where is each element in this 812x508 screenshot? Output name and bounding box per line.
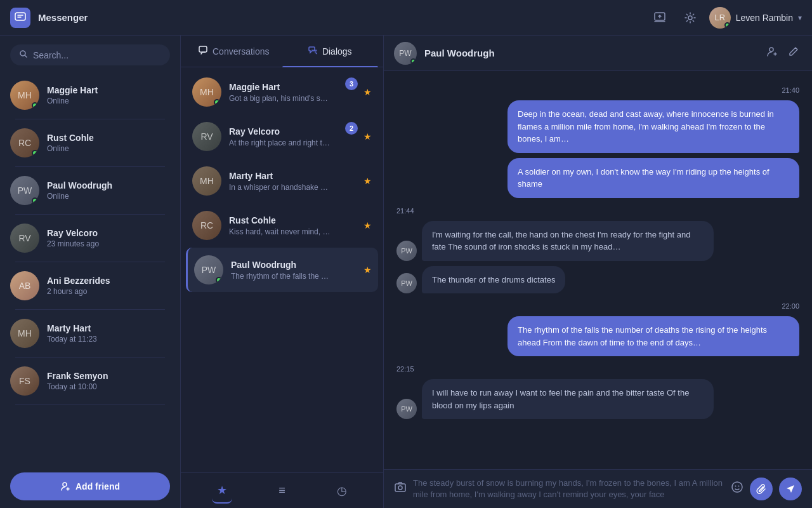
- app-logo: [10, 8, 30, 28]
- conv-item[interactable]: MH Marty Hart In a whisper or handshake …: [186, 159, 378, 203]
- conversations-tab-label: Conversations: [213, 46, 270, 57]
- starred-icon: ★: [363, 265, 372, 275]
- upload-icon[interactable]: [648, 6, 671, 29]
- svg-point-10: [735, 486, 737, 487]
- conv-preview: Kiss hard, wait never mind, late night, …: [229, 227, 331, 236]
- camera-icon[interactable]: [394, 481, 407, 497]
- middle-panel: Conversations Dialogs MH Maggie Hart Got…: [181, 36, 384, 508]
- emoji-icon[interactable]: [731, 481, 743, 497]
- conv-item[interactable]: MH Maggie Hart Got a big plan, his mind'…: [186, 70, 378, 114]
- conv-right: ★: [361, 265, 372, 275]
- settings-icon[interactable]: [679, 6, 702, 29]
- add-contact-icon[interactable]: [764, 43, 780, 63]
- user-avatar: LR: [709, 7, 731, 29]
- conv-preview: In a whisper or handshake sending a sign…: [229, 183, 331, 192]
- chat-messages: 21:40 Deep in the ocean, dead and cast a…: [384, 71, 812, 469]
- contact-info: Rust Cohle Online: [47, 133, 170, 153]
- message-row: A soldier on my own, I don't know the wa…: [396, 158, 799, 198]
- contact-item[interactable]: FS Frank Semyon Today at 10:00: [5, 360, 175, 402]
- svg-point-8: [398, 486, 402, 490]
- divider: [15, 404, 165, 405]
- conv-right: ★: [361, 220, 372, 231]
- main-layout: MH Maggie Hart Online RC Rust Cohle Onli…: [0, 36, 812, 508]
- chat-input-area: [384, 469, 812, 508]
- message-row: The rhythm of the falls the number of de…: [396, 316, 799, 356]
- starred-icon: ★: [363, 220, 372, 231]
- user-profile[interactable]: LR Leven Rambin ▾: [709, 7, 802, 29]
- conv-item[interactable]: PW Paul Woodrugh The rhythm of the falls…: [186, 248, 378, 292]
- username: Leven Rambin: [736, 13, 793, 23]
- message-avatar: PW: [396, 273, 417, 293]
- conv-right: 3 ★: [361, 87, 372, 97]
- contact-avatar: MH: [10, 319, 39, 348]
- contact-status: Today at 10:00: [47, 382, 170, 391]
- search-wrap: [10, 44, 170, 65]
- contact-item[interactable]: RC Rust Cohle Online: [5, 122, 175, 164]
- tab-conversations[interactable]: Conversations: [186, 36, 282, 67]
- send-button[interactable]: [779, 478, 802, 500]
- message-bubble: I'm waiting for the call, the hand on th…: [422, 221, 714, 261]
- search-input[interactable]: [33, 50, 161, 60]
- contact-avatar: PW: [10, 176, 39, 205]
- conv-item[interactable]: RC Rust Cohle Kiss hard, wait never mind…: [186, 203, 378, 248]
- left-sidebar: MH Maggie Hart Online RC Rust Cohle Onli…: [0, 36, 181, 508]
- conv-info: Ray Velcoro At the right place and right…: [229, 126, 353, 147]
- contact-status: 23 minutes ago: [47, 239, 170, 248]
- attach-button[interactable]: [750, 478, 773, 500]
- contact-item[interactable]: RV Ray Velcoro 23 minutes ago: [5, 217, 175, 259]
- contact-item[interactable]: MH Maggie Hart Online: [5, 74, 175, 116]
- conv-item[interactable]: RV Ray Velcoro At the right place and ri…: [186, 114, 378, 159]
- contact-info: Maggie Hart Online: [47, 85, 170, 105]
- starred-filter-icon[interactable]: ★: [212, 478, 232, 504]
- contact-item[interactable]: AB Ani Bezzerides 2 hours ago: [5, 265, 175, 307]
- chat-header-icons: [764, 43, 802, 63]
- message-input[interactable]: [413, 478, 724, 500]
- conv-right: ★: [361, 176, 372, 186]
- tabs: Conversations Dialogs: [181, 36, 383, 67]
- add-friend-button[interactable]: Add friend: [10, 472, 170, 500]
- conv-name: Maggie Hart: [229, 82, 353, 92]
- starred-icon: ★: [363, 87, 372, 97]
- message-row: PW I will have to run away I want to fee…: [396, 379, 799, 419]
- svg-point-6: [769, 48, 773, 51]
- svg-rect-0: [15, 13, 25, 20]
- app-title: Messenger: [38, 12, 88, 23]
- divider: [15, 357, 165, 358]
- conv-badge: 3: [345, 77, 358, 90]
- search-bar: [0, 36, 180, 74]
- conversations-icon: [199, 46, 207, 57]
- tab-dialogs[interactable]: Dialogs: [282, 36, 379, 67]
- contact-item[interactable]: PW Paul Woodrugh Online: [5, 170, 175, 211]
- conv-right: 2 ★: [361, 131, 372, 142]
- contact-name: Ani Bezzerides: [47, 276, 170, 286]
- conv-name: Marty Hart: [229, 171, 353, 181]
- conv-avatar: MH: [192, 77, 221, 107]
- contact-name: Frank Semyon: [47, 371, 170, 381]
- chat-contact-avatar: PW: [394, 42, 417, 65]
- clock-filter-icon[interactable]: ◷: [332, 479, 352, 503]
- conv-name: Ray Velcoro: [229, 126, 353, 137]
- conv-info: Rust Cohle Kiss hard, wait never mind, l…: [229, 215, 353, 236]
- divider: [15, 262, 165, 262]
- conv-preview: The rhythm of the falls the number of de…: [231, 272, 332, 281]
- list-filter-icon[interactable]: ≡: [273, 479, 291, 502]
- contact-status: 2 hours ago: [47, 287, 170, 296]
- conv-name: Rust Cohle: [229, 215, 353, 225]
- edit-icon[interactable]: [785, 43, 802, 63]
- dialogs-icon: [308, 46, 317, 57]
- middle-footer: ★ ≡ ◷: [181, 472, 383, 508]
- conv-preview: Got a big plan, his mind's set, maybe it…: [229, 94, 331, 103]
- conv-preview: At the right place and right time, maybe…: [229, 138, 331, 147]
- contact-status: Online: [47, 192, 170, 201]
- svg-point-4: [63, 483, 67, 486]
- topbar: Messenger LR Leven Rambin ▾: [0, 0, 812, 36]
- contact-avatar: MH: [10, 81, 39, 110]
- message-avatar: PW: [396, 399, 417, 419]
- contact-avatar: RV: [10, 224, 39, 253]
- contact-item[interactable]: MH Marty Hart Today at 11:23: [5, 312, 175, 354]
- chat-contact-name: Paul Woodrugh: [424, 48, 756, 58]
- chat-header: PW Paul Woodrugh: [384, 36, 812, 71]
- message-bubble: The rhythm of the falls the number of de…: [508, 316, 799, 356]
- contacts-list: MH Maggie Hart Online RC Rust Cohle Onli…: [0, 74, 180, 465]
- conv-name: Paul Woodrugh: [231, 260, 353, 270]
